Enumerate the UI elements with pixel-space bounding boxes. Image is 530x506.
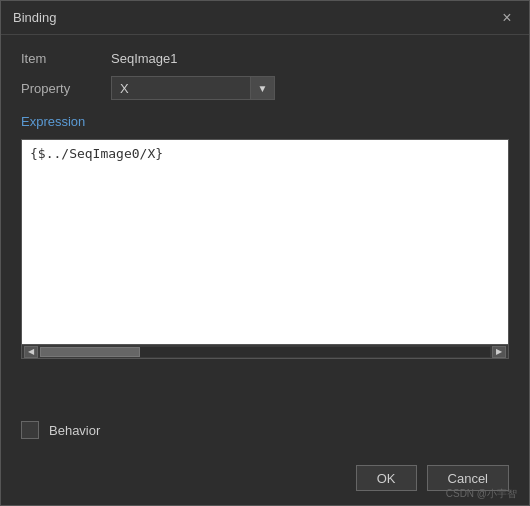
property-select-container: X Y Width Height ▼ bbox=[111, 76, 275, 100]
behavior-row: Behavior bbox=[21, 421, 509, 439]
property-dropdown-button[interactable]: ▼ bbox=[251, 76, 275, 100]
expression-textarea-wrapper: {$../SeqImage0/X} ◀ ▶ bbox=[21, 139, 509, 359]
title-bar: Binding × bbox=[1, 1, 529, 35]
scroll-left-button[interactable]: ◀ bbox=[24, 346, 38, 358]
scroll-right-button[interactable]: ▶ bbox=[492, 346, 506, 358]
behavior-checkbox[interactable] bbox=[21, 421, 39, 439]
horizontal-scrollbar[interactable]: ◀ ▶ bbox=[22, 344, 508, 358]
scrollbar-thumb[interactable] bbox=[40, 347, 140, 357]
binding-dialog: Binding × Item SeqImage1 Property X Y Wi… bbox=[0, 0, 530, 506]
expression-input[interactable]: {$../SeqImage0/X} bbox=[22, 140, 508, 344]
dialog-content: Item SeqImage1 Property X Y Width Height… bbox=[1, 35, 529, 455]
expression-area: {$../SeqImage0/X} ◀ ▶ bbox=[21, 139, 509, 407]
item-value: SeqImage1 bbox=[111, 51, 178, 66]
watermark: CSDN @小宇智 bbox=[446, 487, 517, 501]
behavior-label: Behavior bbox=[49, 423, 100, 438]
expression-label: Expression bbox=[21, 114, 509, 129]
item-label: Item bbox=[21, 51, 101, 66]
close-button[interactable]: × bbox=[497, 8, 517, 28]
property-select[interactable]: X Y Width Height bbox=[111, 76, 251, 100]
scrollbar-track[interactable] bbox=[40, 347, 490, 357]
chevron-down-icon: ▼ bbox=[258, 83, 268, 94]
dialog-title: Binding bbox=[13, 10, 56, 25]
item-row: Item SeqImage1 bbox=[21, 51, 509, 66]
ok-button[interactable]: OK bbox=[356, 465, 417, 491]
property-label: Property bbox=[21, 81, 101, 96]
property-row: Property X Y Width Height ▼ bbox=[21, 76, 509, 100]
